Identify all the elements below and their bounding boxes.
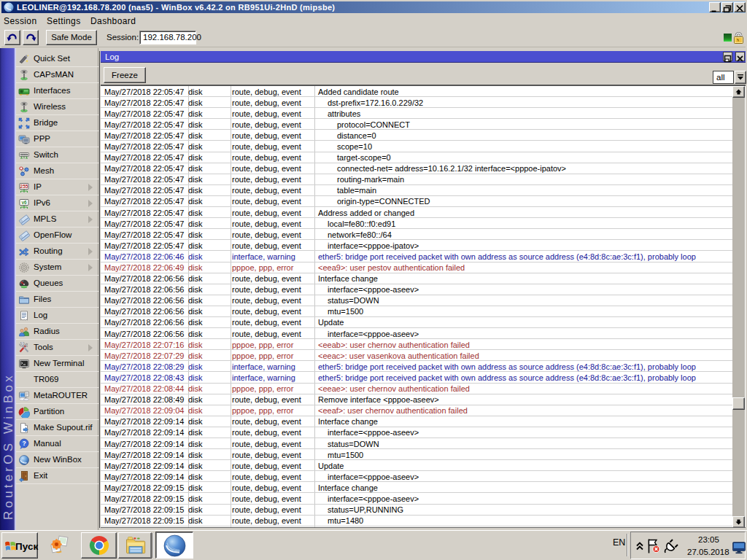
svg-text:?: ? (22, 440, 26, 447)
svg-text:v6: v6 (21, 200, 27, 205)
svg-text:255: 255 (20, 184, 28, 189)
